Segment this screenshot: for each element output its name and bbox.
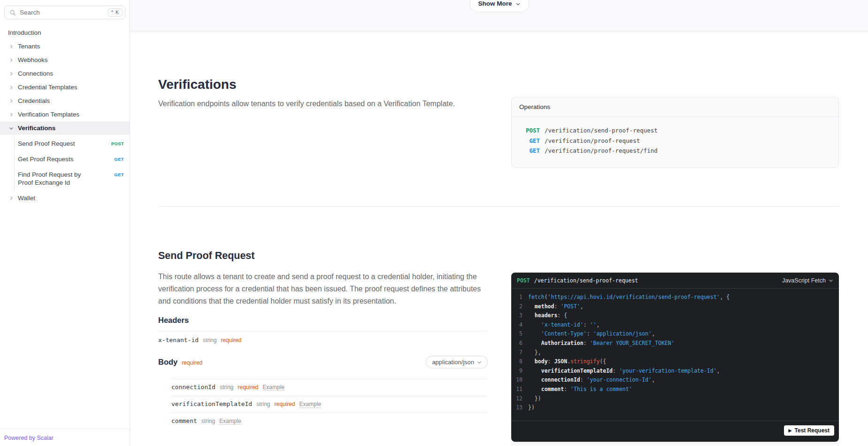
content-type-value: application/json bbox=[432, 359, 474, 366]
sidebar-item-connections[interactable]: Connections bbox=[0, 67, 130, 80]
body-title-group: Body required bbox=[158, 358, 202, 367]
param-example-toggle[interactable]: Example bbox=[262, 384, 284, 391]
body-param-row-comment: commentstringExample bbox=[171, 413, 487, 430]
search-input[interactable]: Search ^ K bbox=[4, 6, 125, 19]
sidebar-subitem-find-proof-request-by-proof-exchange-id[interactable]: Find Proof Request by Proof Exchange IdG… bbox=[18, 167, 130, 190]
sidebar-subitem-send-proof-request[interactable]: Send Proof RequestPOST bbox=[18, 136, 130, 151]
sidebar-item-label: Introduction bbox=[8, 29, 41, 36]
param-type: string bbox=[256, 401, 270, 407]
sidebar-subitem-label: Find Proof Request by Proof Exchange Id bbox=[18, 171, 89, 187]
param-name: connectionId bbox=[171, 383, 215, 391]
body-title: Body bbox=[158, 358, 177, 367]
section-divider bbox=[158, 206, 840, 207]
line-number: 6 bbox=[511, 339, 528, 348]
sidebar-subitem-get-proof-requests[interactable]: Get Proof RequestsGET bbox=[18, 151, 130, 167]
language-selector-value: JavaScript Fetch bbox=[782, 277, 826, 284]
http-method-badge: GET bbox=[115, 171, 124, 177]
sidebar-item-introduction[interactable]: Introduction bbox=[0, 26, 130, 39]
operations-panel: Operations POST/verification/send-proof-… bbox=[511, 97, 839, 168]
keyboard-shortcut-badge: ^ K bbox=[108, 8, 123, 16]
search-icon bbox=[9, 9, 16, 16]
line-number: 2 bbox=[511, 302, 528, 312]
chevron-right-icon bbox=[9, 112, 14, 117]
param-type: string bbox=[203, 337, 216, 344]
operation-link-verification-send-proof-request[interactable]: POST/verification/send-proof-request bbox=[519, 125, 831, 136]
code-panel-footer: ▶ Test Request bbox=[511, 421, 839, 442]
operations-panel-title: Operations bbox=[512, 97, 838, 117]
headers-title: Headers bbox=[158, 316, 189, 324]
param-name: verificationTemplateId bbox=[171, 400, 252, 407]
operation-link-verification-proof-request-find[interactable]: GET/verification/proof-request/find bbox=[519, 146, 831, 156]
search-placeholder: Search bbox=[20, 9, 104, 16]
code-example-panel: POST /verification/send-proof-request Ja… bbox=[511, 273, 839, 442]
param-required-label: required bbox=[238, 384, 258, 391]
line-number: 12 bbox=[511, 394, 528, 404]
code-line: 5 'Content-Type': 'application/json', bbox=[511, 329, 839, 339]
chevron-down-icon bbox=[515, 1, 521, 7]
operation-link-verification-proof-request[interactable]: GET/verification/proof-request bbox=[519, 136, 831, 146]
line-number: 11 bbox=[511, 385, 528, 394]
sidebar: Search ^ K IntroductionTenantsWebhooksCo… bbox=[0, 0, 130, 446]
endpoint-path: /verification/proof-request/find bbox=[545, 146, 658, 156]
powered-by-scalar-link[interactable]: Powered by Scalar bbox=[4, 435, 54, 441]
body-params-list: connectionIdstringrequiredExampleverific… bbox=[171, 379, 487, 430]
line-number: 8 bbox=[511, 357, 528, 367]
content-type-select[interactable]: application/json bbox=[426, 356, 488, 368]
http-method-label: POST bbox=[519, 125, 540, 136]
chevron-down-icon bbox=[9, 126, 14, 131]
code-line: 4 'x-tenant-id': '', bbox=[511, 321, 839, 330]
sidebar-item-webhooks[interactable]: Webhooks bbox=[0, 53, 130, 67]
body-section-heading: Body required application/json bbox=[158, 356, 488, 368]
line-number: 3 bbox=[511, 311, 528, 321]
line-number: 5 bbox=[511, 329, 528, 339]
code-line-content: method: 'POST', bbox=[528, 302, 584, 312]
sidebar-item-tenants[interactable]: Tenants bbox=[0, 39, 130, 53]
code-line: 6 Authorization: 'Bearer YOUR_SECRET_TOK… bbox=[511, 339, 839, 348]
chevron-down-icon bbox=[829, 278, 833, 283]
sidebar-item-label: Wallet bbox=[18, 195, 35, 202]
code-line: 7 }, bbox=[511, 348, 839, 358]
code-line-content: body: JSON.stringify({ bbox=[528, 357, 606, 367]
code-line: 2 method: 'POST', bbox=[511, 302, 839, 312]
code-line-content: comment: 'This is a comment' bbox=[528, 385, 632, 394]
param-example-toggle[interactable]: Example bbox=[219, 418, 241, 425]
param-name: x-tenant-id bbox=[158, 336, 199, 344]
show-more-button[interactable]: Show More bbox=[469, 0, 529, 12]
code-line: 9 verificationTemplateId: 'your-verifcat… bbox=[511, 367, 839, 376]
sidebar-item-verification-templates[interactable]: Verification Templates bbox=[0, 108, 130, 121]
line-number: 9 bbox=[511, 367, 528, 376]
code-line-content: 'Content-Type': 'application/json', bbox=[528, 329, 655, 339]
sidebar-item-credentials[interactable]: Credentials bbox=[0, 94, 130, 108]
test-request-button[interactable]: ▶ Test Request bbox=[784, 425, 834, 436]
top-bar: Show More bbox=[131, 0, 868, 31]
sidebar-item-credential-templates[interactable]: Credential Templates bbox=[0, 80, 130, 94]
line-number: 4 bbox=[511, 321, 528, 330]
sidebar-item-wallet[interactable]: Wallet bbox=[0, 191, 130, 205]
http-method-badge: GET bbox=[115, 155, 124, 162]
code-line: 1fetch('https://api.hovi.id/verification… bbox=[511, 293, 839, 302]
sidebar-item-label: Credential Templates bbox=[18, 84, 77, 91]
code-line-content: Authorization: 'Bearer YOUR_SECRET_TOKEN… bbox=[528, 339, 675, 348]
line-number: 13 bbox=[511, 403, 528, 413]
sidebar-item-verifications[interactable]: Verifications bbox=[0, 121, 130, 135]
next-panel-edge bbox=[511, 443, 839, 446]
language-selector[interactable]: JavaScript Fetch bbox=[782, 277, 833, 284]
line-number: 7 bbox=[511, 348, 528, 358]
chevron-right-icon bbox=[9, 99, 14, 103]
page-title: Verifications bbox=[158, 77, 237, 92]
code-line: 13}) bbox=[511, 403, 839, 413]
code-line: 10 connectionId: 'your-connection-Id', bbox=[511, 376, 839, 385]
code-line: 12 }) bbox=[511, 394, 839, 404]
code-line-content: headers: { bbox=[528, 311, 567, 321]
line-number: 1 bbox=[511, 293, 528, 302]
sidebar-item-label: Connections bbox=[18, 70, 53, 77]
search-area: Search ^ K bbox=[0, 0, 130, 21]
code-line-content: verificationTemplateId: 'your-verifcatio… bbox=[528, 367, 720, 376]
param-example-toggle[interactable]: Example bbox=[300, 401, 322, 408]
chevron-right-icon bbox=[9, 71, 14, 76]
sidebar-footer: Powered by Scalar bbox=[0, 429, 130, 446]
body-param-row-connectionid: connectionIdstringrequiredExample bbox=[171, 379, 487, 396]
endpoint-path: /verification/send-proof-request bbox=[534, 277, 638, 284]
line-number: 10 bbox=[511, 376, 528, 385]
code-line-content: }) bbox=[528, 394, 541, 404]
